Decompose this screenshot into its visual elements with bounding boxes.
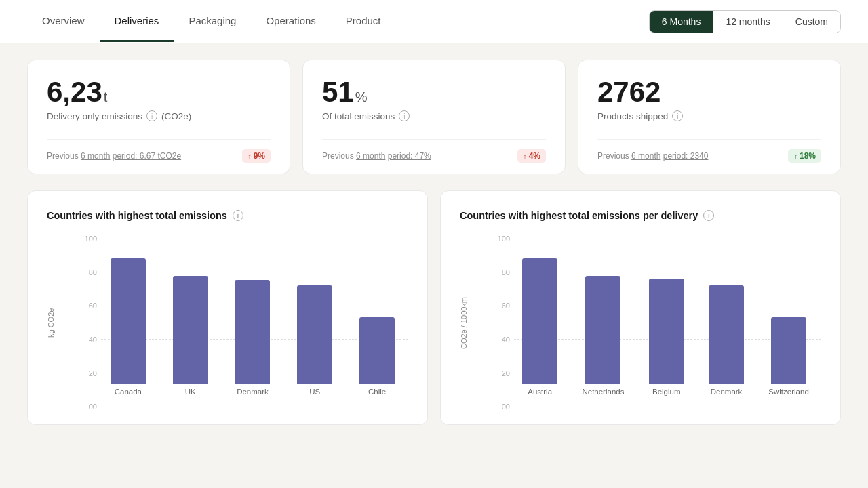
stat-footer-products: Previous 6 month period: 2340 ↑18% — [597, 139, 821, 163]
period-switcher: 6 Months 12 months Custom — [649, 10, 841, 33]
main-content: 6,23t Delivery only emissions i (CO2e) P… — [0, 43, 868, 441]
grid-line: 00 — [494, 403, 821, 411]
top-navigation: Overview Deliveries Packaging Operations… — [0, 0, 868, 43]
bar-x-label: Austria — [528, 388, 552, 396]
bar-group: Netherlands — [582, 276, 624, 396]
bar-group: US — [297, 285, 332, 396]
stat-footer-emissions: Previous 6 month period: 6,67 tCO2e ↑9% — [47, 139, 271, 163]
stat-card-products: 2762 Products shipped i Previous 6 month… — [578, 60, 841, 174]
period-12months-button[interactable]: 12 months — [713, 11, 783, 33]
bar — [173, 276, 208, 384]
bar-x-label: US — [309, 388, 320, 396]
stat-footer-total: Previous 6 month period: 47% ↑4% — [322, 139, 546, 163]
badge-total: ↑4% — [517, 149, 546, 163]
stat-cards: 6,23t Delivery only emissions i (CO2e) P… — [27, 60, 841, 174]
bar-group: Canada — [111, 258, 146, 396]
bar — [771, 317, 806, 384]
bar-x-label: Chile — [368, 388, 386, 396]
stat-label-emissions: Delivery only emissions i (CO2e) — [47, 110, 271, 121]
grid-and-bars-1: 100 80 60 40 20 00 CanadaUKDenmarkUSChil… — [60, 235, 408, 411]
stat-main-total: 51% Of total emissions i — [322, 77, 546, 121]
bar-group: Denmark — [709, 285, 744, 396]
bars-container-1: CanadaUKDenmarkUSChile — [97, 235, 408, 396]
period-custom-button[interactable]: Custom — [783, 11, 840, 33]
chart-title-per-delivery: Countries with highest total emissions p… — [460, 210, 821, 221]
bar — [522, 258, 557, 384]
chart-card-per-delivery: Countries with highest total emissions p… — [440, 190, 841, 425]
stat-value-total: 51% — [322, 77, 546, 108]
bar — [709, 285, 744, 384]
bar-x-label: Belgium — [652, 388, 681, 396]
bar-group: UK — [173, 276, 208, 396]
stat-label-products: Products shipped i — [597, 110, 821, 121]
chart-card-total-emissions: Countries with highest total emissions i… — [27, 190, 428, 425]
bar-group: Switzerland — [768, 317, 808, 396]
bar-x-label: Switzerland — [768, 388, 808, 396]
bar-x-label: Denmark — [711, 388, 743, 396]
bars-container-2: AustriaNetherlandsBelgiumDenmarkSwitzerl… — [510, 235, 821, 396]
bar-x-label: UK — [185, 388, 196, 396]
bar-group: Chile — [359, 317, 395, 396]
stat-main-products: 2762 Products shipped i — [597, 77, 821, 121]
bar-group: Austria — [522, 258, 557, 396]
tab-operations[interactable]: Operations — [251, 1, 330, 42]
prev-period-total: Previous 6 month period: 47% — [322, 151, 431, 161]
bar-group: Denmark — [235, 280, 270, 396]
bar — [111, 258, 146, 384]
stat-value-emissions: 6,23t — [47, 77, 271, 108]
info-icon-total[interactable]: i — [399, 110, 410, 121]
bar-chart-2: CO2e / 1000km 100 80 60 40 20 00 Austria… — [460, 235, 821, 411]
stat-card-emissions: 6,23t Delivery only emissions i (CO2e) P… — [27, 60, 290, 174]
bar-group: Belgium — [649, 279, 684, 396]
bar — [297, 285, 332, 384]
bar — [649, 279, 684, 384]
badge-emissions: ↑9% — [242, 149, 271, 163]
bar — [585, 276, 620, 384]
stat-label-total: Of total emissions i — [322, 110, 546, 121]
period-6months-button[interactable]: 6 Months — [650, 11, 714, 33]
tab-overview[interactable]: Overview — [27, 1, 100, 42]
info-icon-chart1[interactable]: i — [233, 210, 243, 221]
stat-unit-emissions: t — [104, 89, 108, 104]
tab-product[interactable]: Product — [331, 1, 396, 42]
bar-x-label: Canada — [115, 388, 142, 396]
info-icon-products[interactable]: i — [672, 110, 683, 121]
stat-card-total: 51% Of total emissions i Previous 6 mont… — [302, 60, 566, 174]
chart-area-1: 100 80 60 40 20 00 CanadaUKDenmarkUSChil… — [60, 235, 408, 411]
y-axis-label-1: kg CO2e — [47, 235, 55, 411]
stat-unit-total: % — [355, 89, 368, 104]
y-axis-label-2: CO2e / 1000km — [460, 235, 468, 411]
grid-line: 00 — [81, 403, 408, 411]
grid-and-bars-2: 100 80 60 40 20 00 AustriaNetherlandsBel… — [473, 235, 821, 411]
prev-period-emissions: Previous 6 month period: 6,67 tCO2e — [47, 151, 181, 161]
info-icon-emissions[interactable]: i — [146, 110, 157, 121]
info-icon-chart2[interactable]: i — [703, 210, 714, 221]
bar — [359, 317, 395, 384]
badge-products: ↑18% — [788, 149, 821, 163]
bar-chart-1: kg CO2e 100 80 60 40 20 00 — [47, 235, 408, 411]
chart-title-total-emissions: Countries with highest total emissions i — [47, 210, 408, 221]
stat-main-emissions: 6,23t Delivery only emissions i (CO2e) — [47, 77, 271, 121]
tab-packaging[interactable]: Packaging — [174, 1, 251, 42]
bar — [235, 280, 270, 384]
stat-value-products: 2762 — [597, 77, 821, 108]
bar-x-label: Netherlands — [582, 388, 624, 396]
chart-area-2: 100 80 60 40 20 00 AustriaNetherlandsBel… — [473, 235, 821, 411]
chart-row: Countries with highest total emissions i… — [27, 190, 841, 425]
bar-x-label: Denmark — [237, 388, 269, 396]
tab-deliveries[interactable]: Deliveries — [100, 1, 174, 42]
nav-tabs: Overview Deliveries Packaging Operations… — [27, 1, 396, 42]
prev-period-products: Previous 6 month period: 2340 — [597, 151, 708, 161]
